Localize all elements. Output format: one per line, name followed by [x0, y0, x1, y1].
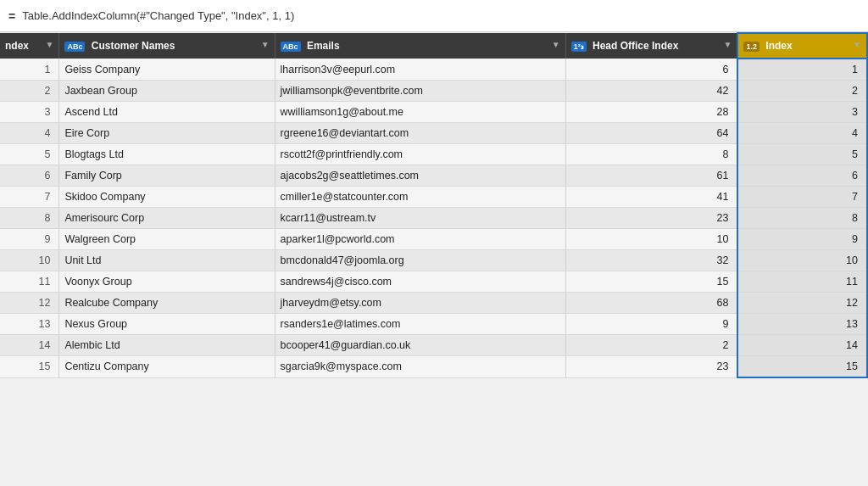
cell-index: 3 [737, 102, 867, 123]
col-header-rownum-dropdown[interactable]: ▼ [45, 40, 53, 49]
cell-email: sandrews4j@cisco.com [275, 271, 565, 293]
col-header-names-dropdown[interactable]: ▼ [261, 40, 270, 49]
cell-index: 15 [737, 356, 867, 378]
cell-headoffice: 68 [565, 293, 737, 314]
cell-index: 1 [737, 59, 867, 81]
cell-headoffice: 9 [565, 314, 737, 335]
table-row: 7 Skidoo Company cmiller1e@statcounter.c… [0, 187, 867, 208]
cell-email: aparker1l@pcworld.com [275, 229, 565, 250]
cell-rownum: 15 [0, 356, 59, 378]
cell-name: Voonyx Group [59, 271, 275, 293]
cell-headoffice: 23 [565, 208, 737, 229]
cell-name: Nexus Group [59, 314, 275, 335]
cell-headoffice: 41 [565, 187, 737, 208]
cell-headoffice: 61 [565, 165, 737, 187]
col-header-headoffice-label: Head Office Index [593, 40, 678, 52]
table-body: 1 Geiss Company lharrison3v@eepurl.com 6… [0, 59, 867, 377]
table-row: 2 Jaxbean Group jwilliamsonpk@eventbrite… [0, 81, 867, 102]
cell-rownum: 1 [0, 59, 59, 81]
cell-rownum: 2 [0, 81, 59, 102]
col-header-new-index[interactable]: 1.2 Index ▼ [737, 33, 867, 59]
cell-email: ajacobs2g@seattletimes.com [275, 165, 565, 187]
cell-headoffice: 23 [565, 356, 737, 378]
cell-index: 10 [737, 250, 867, 271]
cell-email: jwilliamsonpk@eventbrite.com [275, 81, 565, 102]
cell-rownum: 3 [0, 102, 59, 123]
col-header-headoffice-dropdown[interactable]: ▼ [724, 40, 732, 49]
cell-rownum: 11 [0, 271, 59, 293]
table-row: 1 Geiss Company lharrison3v@eepurl.com 6… [0, 59, 867, 81]
cell-index: 6 [737, 165, 867, 187]
col-header-rownum[interactable]: ndex ▼ [0, 33, 59, 59]
table-container: ndex ▼ ABc Customer Names ▼ ABc Emails ▼… [0, 32, 868, 486]
cell-headoffice: 32 [565, 250, 737, 271]
cell-index: 9 [737, 229, 867, 250]
cell-headoffice: 42 [565, 81, 737, 102]
table-row: 14 Alembic Ltd bcooper41@guardian.co.uk … [0, 335, 867, 356]
cell-headoffice: 6 [565, 59, 737, 81]
cell-name: Blogtags Ltd [59, 144, 275, 165]
col-header-emails-label: Emails [307, 40, 340, 52]
cell-name: Realcube Company [59, 293, 275, 314]
table-row: 9 Walgreen Corp aparker1l@pcworld.com 10… [0, 229, 867, 250]
abc-icon-emails: ABc [281, 42, 301, 52]
col-header-new-index-dropdown[interactable]: ▼ [853, 40, 861, 49]
cell-index: 12 [737, 293, 867, 314]
cell-email: sgarcia9k@myspace.com [275, 356, 565, 378]
table-row: 10 Unit Ltd bmcdonald47@joomla.org 32 10 [0, 250, 867, 271]
cell-rownum: 14 [0, 335, 59, 356]
table-row: 12 Realcube Company jharveydm@etsy.com 6… [0, 293, 867, 314]
cell-email: kcarr11@ustream.tv [275, 208, 565, 229]
cell-headoffice: 64 [565, 123, 737, 144]
cell-rownum: 5 [0, 144, 59, 165]
cell-name: Walgreen Corp [59, 229, 275, 250]
formula-equals: = [8, 9, 15, 23]
table-row: 4 Eire Corp rgreene16@deviantart.com 64 … [0, 123, 867, 144]
cell-rownum: 8 [0, 208, 59, 229]
cell-name: Geiss Company [59, 59, 275, 81]
table-row: 11 Voonyx Group sandrews4j@cisco.com 15 … [0, 271, 867, 293]
cell-headoffice: 15 [565, 271, 737, 293]
cell-rownum: 10 [0, 250, 59, 271]
table-row: 3 Ascend Ltd wwilliamson1g@about.me 28 3 [0, 102, 867, 123]
cell-index: 8 [737, 208, 867, 229]
table-row: 13 Nexus Group rsanders1e@latimes.com 9 … [0, 314, 867, 335]
cell-email: rsanders1e@latimes.com [275, 314, 565, 335]
cell-rownum: 7 [0, 187, 59, 208]
cell-name: Eire Corp [59, 123, 275, 144]
data-table: ndex ▼ ABc Customer Names ▼ ABc Emails ▼… [0, 32, 868, 378]
cell-headoffice: 2 [565, 335, 737, 356]
col-header-emails[interactable]: ABc Emails ▼ [275, 33, 565, 59]
col-header-names-label: Customer Names [92, 40, 175, 52]
abc-icon-names: ABc [64, 42, 85, 52]
col-header-headoffice[interactable]: 1²₃ Head Office Index ▼ [565, 33, 737, 59]
cell-headoffice: 28 [565, 102, 737, 123]
cell-index: 4 [737, 123, 867, 144]
cell-name: Jaxbean Group [59, 81, 275, 102]
cell-headoffice: 8 [565, 144, 737, 165]
col-header-names[interactable]: ABc Customer Names ▼ [59, 33, 275, 59]
cell-email: cmiller1e@statcounter.com [275, 187, 565, 208]
cell-index: 2 [737, 81, 867, 102]
cell-index: 14 [737, 335, 867, 356]
formula-text: Table.AddIndexColumn(#"Changed Type", "I… [22, 9, 294, 22]
col-header-emails-dropdown[interactable]: ▼ [552, 40, 560, 49]
cell-name: Family Corp [59, 165, 275, 187]
cell-rownum: 12 [0, 293, 59, 314]
cell-email: lharrison3v@eepurl.com [275, 59, 565, 81]
cell-email: wwilliamson1g@about.me [275, 102, 565, 123]
cell-email: rscott2f@printfriendly.com [275, 144, 565, 165]
table-row: 5 Blogtags Ltd rscott2f@printfriendly.co… [0, 144, 867, 165]
cell-rownum: 6 [0, 165, 59, 187]
num-icon-headoffice: 1²₃ [571, 42, 587, 52]
cell-email: bmcdonald47@joomla.org [275, 250, 565, 271]
cell-name: Unit Ltd [59, 250, 275, 271]
col-header-rownum-label: ndex [5, 40, 29, 52]
table-row: 6 Family Corp ajacobs2g@seattletimes.com… [0, 165, 867, 187]
table-header-row: ndex ▼ ABc Customer Names ▼ ABc Emails ▼… [0, 33, 867, 59]
table-row: 15 Centizu Company sgarcia9k@myspace.com… [0, 356, 867, 378]
cell-rownum: 9 [0, 229, 59, 250]
cell-rownum: 4 [0, 123, 59, 144]
cell-headoffice: 10 [565, 229, 737, 250]
table-row: 8 Amerisourc Corp kcarr11@ustream.tv 23 … [0, 208, 867, 229]
